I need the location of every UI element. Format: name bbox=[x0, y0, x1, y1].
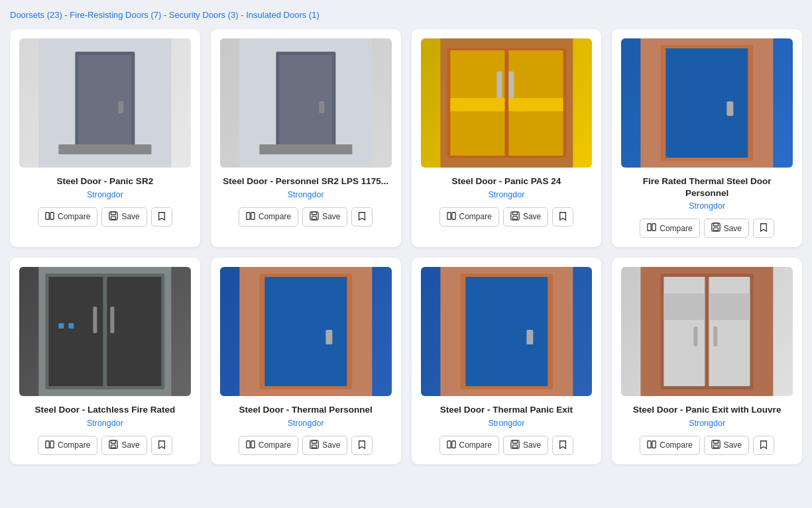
save-label: Save bbox=[724, 224, 742, 233]
svg-rect-17 bbox=[310, 211, 318, 219]
compare-button-2[interactable]: Compare bbox=[239, 207, 298, 227]
save-icon bbox=[510, 440, 520, 451]
product-image-5 bbox=[19, 267, 191, 396]
svg-rect-48 bbox=[58, 323, 64, 329]
svg-rect-70 bbox=[511, 440, 519, 448]
bookmark-button-5[interactable] bbox=[151, 436, 172, 455]
product-brand-6[interactable]: Strongdor bbox=[288, 419, 324, 428]
svg-rect-79 bbox=[694, 327, 698, 346]
category-security[interactable]: Security Doors (3) bbox=[169, 10, 239, 20]
product-brand-3[interactable]: Strongdor bbox=[488, 190, 524, 199]
save-button-3[interactable]: Save bbox=[503, 207, 548, 227]
bookmark-button-3[interactable] bbox=[552, 207, 573, 227]
product-brand-7[interactable]: Strongdor bbox=[488, 419, 524, 428]
product-title-7: Steel Door - Thermal Panic Exit bbox=[440, 404, 573, 416]
bookmark-icon bbox=[157, 211, 166, 223]
product-brand-8[interactable]: Strongdor bbox=[689, 419, 725, 428]
compare-label: Compare bbox=[259, 212, 291, 221]
svg-rect-26 bbox=[450, 98, 504, 111]
product-title-1: Steel Door - Panic SR2 bbox=[57, 176, 154, 187]
product-brand-5[interactable]: Strongdor bbox=[87, 419, 123, 428]
save-button-2[interactable]: Save bbox=[302, 207, 347, 227]
save-button-5[interactable]: Save bbox=[101, 436, 146, 455]
compare-label: Compare bbox=[660, 440, 692, 450]
save-label: Save bbox=[121, 440, 139, 450]
svg-rect-30 bbox=[511, 211, 519, 219]
compare-button-8[interactable]: Compare bbox=[640, 436, 699, 455]
save-icon bbox=[310, 211, 319, 223]
svg-rect-78 bbox=[709, 293, 750, 320]
bookmark-button-1[interactable] bbox=[151, 207, 172, 227]
svg-rect-47 bbox=[110, 307, 114, 333]
save-button-1[interactable]: Save bbox=[101, 207, 146, 227]
save-icon bbox=[711, 223, 721, 234]
save-button-4[interactable]: Save bbox=[704, 219, 749, 238]
product-brand-2[interactable]: Strongdor bbox=[288, 190, 324, 199]
product-image-8 bbox=[621, 267, 793, 396]
svg-rect-49 bbox=[68, 323, 74, 329]
compare-button-1[interactable]: Compare bbox=[38, 207, 97, 227]
save-icon bbox=[109, 211, 118, 223]
bookmark-button-6[interactable] bbox=[351, 436, 373, 455]
svg-rect-82 bbox=[652, 440, 656, 448]
compare-label: Compare bbox=[259, 440, 291, 450]
save-icon bbox=[510, 211, 520, 223]
product-actions-2: Compare Save bbox=[239, 207, 373, 227]
product-actions-3: Compare Save bbox=[439, 207, 574, 227]
product-card-1: Steel Door - Panic SR2 Strongdor Compare… bbox=[10, 29, 200, 247]
svg-rect-80 bbox=[714, 327, 718, 346]
product-image-7 bbox=[421, 267, 593, 396]
svg-rect-7 bbox=[109, 211, 117, 219]
compare-button-3[interactable]: Compare bbox=[439, 207, 499, 227]
bookmark-button-8[interactable] bbox=[753, 436, 774, 455]
product-card-2: Steel Door - Personnel SR2 LPS 1175... S… bbox=[211, 29, 401, 247]
product-image-6 bbox=[220, 267, 392, 396]
category-insulated[interactable]: Insulated Doors (1) bbox=[246, 10, 319, 20]
product-image-3 bbox=[421, 38, 593, 168]
product-actions-7: Compare Save bbox=[439, 436, 574, 455]
svg-rect-35 bbox=[666, 48, 748, 158]
svg-rect-39 bbox=[712, 223, 720, 231]
svg-rect-13 bbox=[319, 101, 324, 113]
svg-rect-28 bbox=[447, 212, 450, 219]
compare-button-4[interactable]: Compare bbox=[640, 219, 699, 238]
svg-rect-72 bbox=[512, 445, 517, 448]
product-actions-4: Compare Save bbox=[640, 219, 774, 238]
bookmark-icon bbox=[558, 211, 567, 223]
svg-rect-83 bbox=[712, 440, 720, 448]
product-brand-1[interactable]: Strongdor bbox=[87, 190, 123, 199]
svg-rect-15 bbox=[247, 212, 250, 219]
svg-rect-40 bbox=[713, 223, 718, 226]
product-card-3: Steel Door - Panic PAS 24 Strongdor Comp… bbox=[412, 29, 602, 247]
product-card-7: Steel Door - Thermal Panic Exit Strongdo… bbox=[412, 258, 602, 464]
category-fire-resisting[interactable]: Fire-Resisting Doors (7) bbox=[70, 10, 161, 20]
svg-rect-75 bbox=[664, 277, 705, 386]
product-title-5: Steel Door - Latchless Fire Rated bbox=[35, 404, 176, 416]
save-label: Save bbox=[724, 440, 742, 450]
compare-label: Compare bbox=[58, 440, 90, 450]
save-button-6[interactable]: Save bbox=[302, 436, 347, 455]
svg-rect-52 bbox=[109, 440, 117, 448]
svg-rect-5 bbox=[46, 212, 49, 219]
bookmark-button-4[interactable] bbox=[753, 219, 774, 238]
svg-rect-16 bbox=[251, 212, 255, 219]
bookmark-button-2[interactable] bbox=[351, 207, 373, 227]
compare-button-6[interactable]: Compare bbox=[239, 436, 298, 455]
svg-rect-58 bbox=[325, 330, 332, 344]
svg-rect-85 bbox=[713, 445, 718, 448]
svg-rect-71 bbox=[512, 440, 517, 443]
product-title-3: Steel Door - Panic PAS 24 bbox=[451, 176, 561, 187]
svg-rect-8 bbox=[111, 211, 116, 214]
svg-rect-67 bbox=[526, 330, 533, 344]
svg-rect-18 bbox=[312, 211, 317, 214]
svg-rect-62 bbox=[312, 440, 317, 443]
compare-button-5[interactable]: Compare bbox=[38, 436, 97, 455]
compare-button-7[interactable]: Compare bbox=[439, 436, 499, 455]
save-button-7[interactable]: Save bbox=[503, 436, 548, 455]
bookmark-button-7[interactable] bbox=[552, 436, 573, 455]
category-doorsets[interactable]: Doorsets (23) bbox=[10, 10, 62, 20]
save-label: Save bbox=[322, 212, 340, 221]
save-button-8[interactable]: Save bbox=[704, 436, 749, 455]
product-brand-4[interactable]: Strongdor bbox=[689, 201, 725, 211]
svg-rect-41 bbox=[713, 228, 718, 230]
